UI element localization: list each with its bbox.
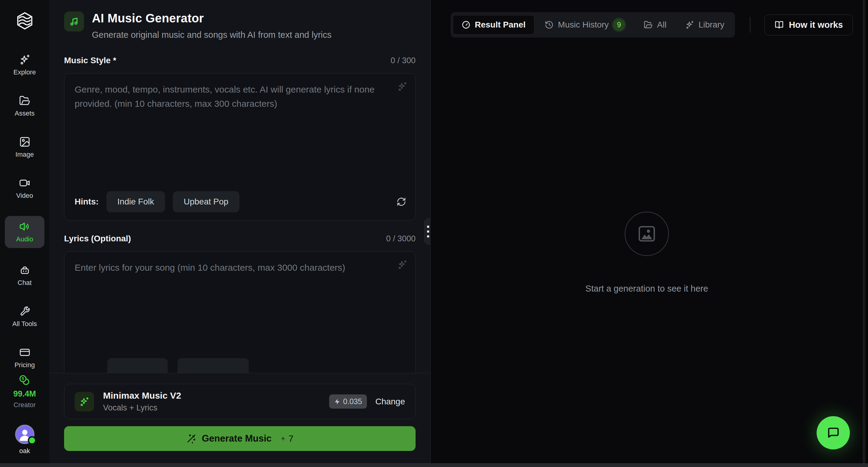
sidebar-item-label: Video	[16, 192, 33, 200]
result-panel: Result Panel Music History 9	[431, 0, 866, 463]
sidebar-item-label: All Tools	[12, 320, 37, 328]
sidebar-item-label: Pricing	[14, 361, 35, 369]
book-open-icon	[774, 20, 784, 30]
lyrics-box	[64, 251, 415, 373]
app-logo-icon[interactable]	[16, 12, 33, 30]
model-sparkles-icon	[75, 392, 94, 411]
sidebar-item-label: Image	[16, 151, 34, 158]
music-style-input[interactable]	[75, 83, 405, 182]
folder-open-icon	[19, 95, 31, 107]
generate-label: Generate Music	[202, 433, 272, 444]
result-tabbar: Result Panel Music History 9	[451, 12, 735, 37]
plan-label: Creator	[13, 401, 36, 409]
tab-library[interactable]: Library	[677, 16, 733, 34]
music-style-label: Music Style *	[64, 56, 116, 65]
generator-header: AI Music Generator Generate original mus…	[64, 11, 415, 40]
sidebar-item-explore[interactable]: Explore	[5, 51, 44, 79]
change-model-button[interactable]: Change	[375, 397, 405, 407]
model-name: Minimax Music V2	[103, 390, 181, 401]
sparkles-icon	[685, 20, 694, 29]
lyrics-input[interactable]	[75, 261, 405, 351]
cost-value: 0.035	[343, 397, 362, 406]
bottom-scrollbar[interactable]	[0, 463, 868, 467]
sparkles-icon	[19, 54, 31, 65]
sidebar-bottom: 99.4M Creator oak	[0, 374, 49, 455]
sidebar-item-all-tools[interactable]: All Tools	[5, 303, 44, 330]
form-footer: Minimax Music V2 Vocals + Lyrics 0.035 C…	[49, 373, 430, 463]
credits-amount: 99.4M	[13, 389, 36, 399]
header-divider	[750, 17, 750, 33]
generate-cost: 7	[280, 433, 294, 444]
page-title: AI Music Generator	[92, 11, 332, 25]
sidebar-nav: Explore Assets	[0, 51, 49, 372]
sidebar-item-label: Chat	[18, 279, 31, 287]
history-count-badge: 9	[613, 19, 625, 31]
sidebar-item-label: Assets	[14, 110, 34, 117]
generate-music-button[interactable]: Generate Music 7	[64, 426, 415, 451]
ai-enhance-icon[interactable]	[397, 81, 407, 92]
form-scroll-area: AI Music Generator Generate original mus…	[49, 0, 430, 373]
music-style-box: Hints: Indie Folk Upbeat Pop	[64, 73, 415, 221]
hint-pill-upbeat-pop[interactable]: Upbeat Pop	[173, 191, 239, 212]
empty-state: Start a generation to see it here	[431, 212, 863, 294]
sidebar-item-video[interactable]: Video	[5, 175, 44, 202]
hint-pill[interactable]	[178, 358, 249, 373]
credit-card-icon	[19, 347, 31, 358]
sidebar-item-assets[interactable]: Assets	[5, 92, 44, 120]
scrollbar-track[interactable]	[863, 0, 866, 463]
generator-form-panel: AI Music Generator Generate original mus…	[49, 0, 430, 463]
sidebar-item-audio[interactable]: Audio	[5, 216, 44, 248]
empty-state-circle	[625, 212, 669, 256]
chat-support-button[interactable]	[817, 416, 850, 449]
sidebar-item-pricing[interactable]: Pricing	[5, 344, 44, 372]
empty-state-text: Start a generation to see it here	[585, 284, 708, 294]
speaker-icon	[19, 221, 31, 232]
app-root: Explore Assets	[0, 0, 868, 467]
hint-pill[interactable]	[107, 358, 168, 373]
user-avatar[interactable]	[15, 425, 34, 444]
user-name: oak	[19, 447, 30, 455]
chat-bubble-icon	[826, 426, 840, 440]
history-icon	[545, 20, 554, 29]
model-selector-card[interactable]: Minimax Music V2 Vocals + Lyrics 0.035 C…	[64, 384, 415, 419]
lyrics-header: Lyrics (Optional) 0 / 3000	[64, 234, 415, 243]
music-style-header: Music Style * 0 / 300	[64, 56, 415, 65]
ai-enhance-icon[interactable]	[397, 260, 407, 270]
video-camera-icon	[19, 177, 31, 189]
model-type: Vocals + Lyrics	[103, 403, 181, 413]
cost-badge: 0.035	[329, 395, 367, 409]
refresh-hints-icon[interactable]	[397, 197, 406, 207]
coins-icon	[19, 374, 31, 386]
page-subtitle: Generate original music and songs with A…	[92, 30, 332, 40]
music-style-counter: 0 / 300	[391, 56, 415, 65]
music-note-icon	[64, 11, 84, 31]
how-it-works-button[interactable]: How it works	[764, 14, 853, 35]
tab-all[interactable]: All	[635, 16, 675, 34]
hint-pill-indie-folk[interactable]: Indie Folk	[106, 191, 165, 212]
sidebar-item-label: Explore	[13, 68, 36, 76]
robot-icon	[19, 264, 31, 276]
hints-label: Hints:	[75, 197, 98, 207]
tab-music-history[interactable]: Music History 9	[536, 14, 633, 35]
sidebar: Explore Assets	[0, 0, 49, 463]
gauge-icon	[462, 20, 471, 29]
image-icon	[19, 136, 31, 148]
hints-row: Hints: Indie Folk Upbeat Pop	[75, 191, 406, 212]
image-placeholder-icon	[637, 224, 657, 244]
lyrics-counter: 0 / 3000	[386, 234, 415, 243]
magic-wand-icon	[186, 433, 196, 444]
result-header: Result Panel Music History 9	[431, 0, 866, 37]
sidebar-item-image[interactable]: Image	[5, 134, 44, 161]
lightning-icon	[280, 436, 286, 442]
credits-block[interactable]: 99.4M Creator	[13, 374, 36, 409]
sidebar-item-label: Audio	[16, 235, 33, 243]
lightning-icon	[334, 398, 341, 405]
sidebar-item-chat[interactable]: Chat	[5, 262, 44, 289]
wrench-icon	[19, 305, 31, 317]
tab-result-panel[interactable]: Result Panel	[453, 15, 534, 34]
lyrics-label: Lyrics (Optional)	[64, 234, 131, 243]
online-status-dot	[28, 436, 36, 445]
folder-icon	[644, 20, 653, 29]
